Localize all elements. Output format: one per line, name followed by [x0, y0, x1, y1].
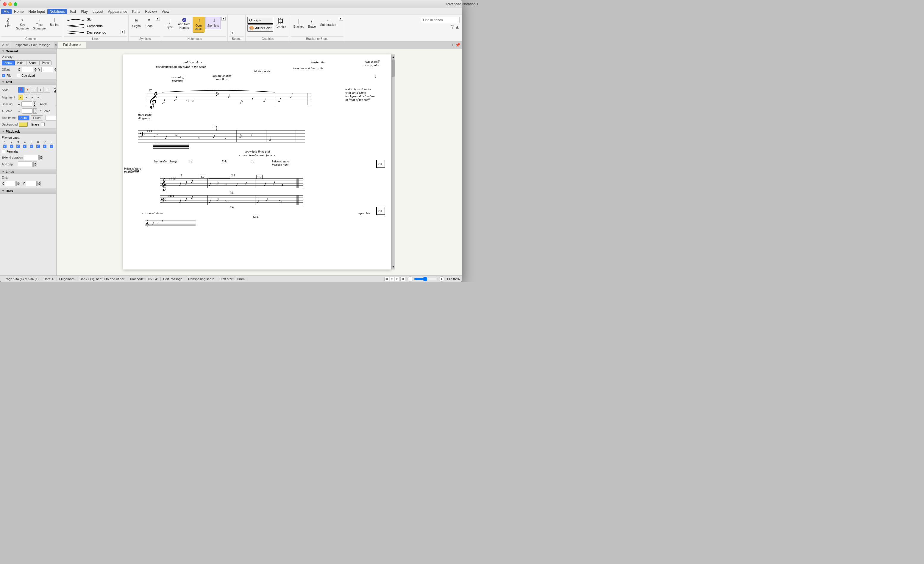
- minimize-button[interactable]: [8, 2, 12, 6]
- pb-check-1[interactable]: ✓: [3, 145, 6, 148]
- menu-appearance[interactable]: Appearance: [106, 9, 130, 14]
- text-section-header[interactable]: ▼ Text: [0, 79, 56, 85]
- offset-y-down[interactable]: ▼: [54, 70, 57, 72]
- playback-section-header[interactable]: ▼ Playback: [0, 129, 56, 134]
- menu-text[interactable]: Text: [67, 9, 78, 14]
- ribbon-help-button[interactable]: ?: [451, 24, 454, 30]
- view-icon-2[interactable]: ⊟: [390, 277, 394, 281]
- show-button[interactable]: Show: [2, 60, 15, 66]
- pb-check-3[interactable]: ✓: [16, 145, 20, 148]
- spacing-input[interactable]: 64: [21, 102, 32, 107]
- align-right[interactable]: ≡: [30, 94, 35, 100]
- lines-expand-button[interactable]: ▾: [120, 30, 125, 34]
- scrollbar-vertical[interactable]: ▲ ▼: [391, 54, 395, 269]
- score-area[interactable]: multi-arc slurs bar numbers on any stave…: [57, 48, 462, 275]
- style-italic[interactable]: T: [24, 87, 30, 93]
- erase-checkbox[interactable]: [41, 123, 45, 126]
- style-plain[interactable]: T: [31, 87, 37, 93]
- style-strikethrough[interactable]: T: [44, 87, 50, 93]
- offset-y-input[interactable]: [41, 67, 53, 72]
- scroll-thumb[interactable]: [392, 60, 395, 77]
- menu-view[interactable]: View: [159, 9, 172, 14]
- lines-y-down[interactable]: ▼: [37, 184, 41, 186]
- spacing-down[interactable]: ▼: [33, 104, 36, 107]
- offset-x-up[interactable]: ▲: [34, 67, 37, 70]
- menu-home[interactable]: Home: [12, 9, 26, 14]
- extend-up[interactable]: ▲: [39, 155, 43, 157]
- flip-checkbox[interactable]: ✓: [2, 74, 5, 77]
- full-score-tab[interactable]: Full Score ✕: [58, 42, 87, 48]
- menu-play[interactable]: Play: [78, 9, 90, 14]
- scroll-down-button[interactable]: ▼: [392, 265, 395, 269]
- bracket-brace-expand-button[interactable]: ▾: [339, 16, 343, 21]
- pb-check-6[interactable]: ✓: [36, 145, 40, 148]
- auto-frame-button[interactable]: Auto: [18, 115, 30, 120]
- hide-button[interactable]: Hide: [15, 60, 26, 66]
- lines-y-up[interactable]: ▲: [37, 181, 41, 184]
- scroll-up-button[interactable]: ▲: [392, 55, 395, 59]
- zoom-in-button[interactable]: +: [439, 276, 444, 282]
- sub-bracket-button[interactable]: ⌐ Sub-bracket: [318, 16, 338, 28]
- view-icon-3[interactable]: ⊡: [395, 277, 400, 281]
- fermata-checkbox[interactable]: [2, 150, 5, 153]
- align-justify[interactable]: ≡: [36, 94, 41, 100]
- menu-layout[interactable]: Layout: [90, 9, 106, 14]
- x-scale-input[interactable]: 100: [22, 108, 33, 114]
- lines-y-input[interactable]: 6.19: [26, 181, 37, 186]
- over-rests-button[interactable]: 𝄽 OverRests: [193, 16, 204, 33]
- lines-section-header[interactable]: ▼ Lines: [0, 169, 56, 174]
- offset-x-input[interactable]: [21, 67, 33, 72]
- view-icon-4[interactable]: ⊞: [400, 277, 405, 281]
- full-score-tab-close[interactable]: ✕: [79, 43, 81, 46]
- pb-check-7[interactable]: ✓: [43, 145, 46, 148]
- fixed-frame-button[interactable]: Fixed: [31, 115, 43, 120]
- general-section-header[interactable]: ▼ General: [0, 48, 56, 54]
- parts-button[interactable]: Parts: [39, 60, 51, 66]
- stemlets-button[interactable]: 𝅗𝅥 Stemlets: [205, 16, 221, 29]
- pb-check-5[interactable]: ✓: [30, 145, 33, 148]
- add-tab-button[interactable]: +: [452, 43, 454, 47]
- x-scale-up[interactable]: ▲: [33, 108, 37, 111]
- menu-review[interactable]: Review: [143, 9, 159, 14]
- spacing-up[interactable]: ▲: [33, 102, 36, 104]
- view-icon-1[interactable]: ⊞: [384, 277, 389, 281]
- score-button[interactable]: Score: [26, 60, 39, 66]
- background-color[interactable]: [19, 122, 28, 127]
- add-gap-up[interactable]: ▲: [33, 162, 37, 164]
- graphic-button[interactable]: 🖼 Graphic: [274, 16, 288, 30]
- menu-file[interactable]: File: [1, 9, 12, 14]
- inspector-minimize-button[interactable]: ↺: [6, 43, 9, 47]
- style-small[interactable]: T: [38, 87, 44, 93]
- find-in-ribbon-input[interactable]: [421, 16, 460, 23]
- brace-button[interactable]: { Brace: [306, 16, 318, 30]
- extend-duration-input[interactable]: 100: [24, 155, 39, 160]
- bars-section-header[interactable]: ▼ Bars: [0, 188, 56, 194]
- style-bold-red[interactable]: T: [18, 87, 24, 93]
- align-center[interactable]: ≡: [24, 94, 29, 100]
- add-note-names-button[interactable]: A Add NoteNames: [176, 16, 192, 31]
- bracket-button[interactable]: [ Bracket: [292, 16, 305, 30]
- offset-y-up[interactable]: ▲: [54, 67, 57, 70]
- extend-down[interactable]: ▼: [39, 157, 43, 160]
- offset-x-down[interactable]: ▼: [34, 70, 37, 72]
- type-button[interactable]: ♩ Type: [164, 16, 176, 30]
- align-left[interactable]: ≡: [18, 94, 23, 100]
- noteheads-expand-button[interactable]: ▾: [222, 16, 226, 21]
- menu-notations[interactable]: Notations: [47, 9, 67, 14]
- pb-check-4[interactable]: ✓: [23, 145, 27, 148]
- lines-x-down[interactable]: ▼: [16, 184, 20, 186]
- lines-x-input[interactable]: 0.69: [5, 181, 16, 186]
- key-signature-button[interactable]: ♯ KeySignature: [14, 16, 31, 31]
- adjust-color-button[interactable]: 🎨 Adjust Color: [248, 24, 273, 31]
- frame-val1-input[interactable]: 0: [45, 115, 56, 120]
- menu-note-input[interactable]: Note Input: [26, 9, 47, 14]
- maximize-button[interactable]: [14, 2, 17, 6]
- pb-check-2[interactable]: ✓: [10, 145, 14, 148]
- barline-button[interactable]: 𝄀 Barline: [48, 16, 61, 28]
- add-gap-input[interactable]: 0: [18, 162, 33, 167]
- lines-x-up[interactable]: ▲: [16, 181, 20, 184]
- close-button[interactable]: [3, 2, 6, 6]
- segno-button[interactable]: 𝄋 Segno: [130, 16, 142, 29]
- cue-sized-checkbox[interactable]: [16, 74, 20, 77]
- zoom-out-button[interactable]: −: [408, 276, 413, 282]
